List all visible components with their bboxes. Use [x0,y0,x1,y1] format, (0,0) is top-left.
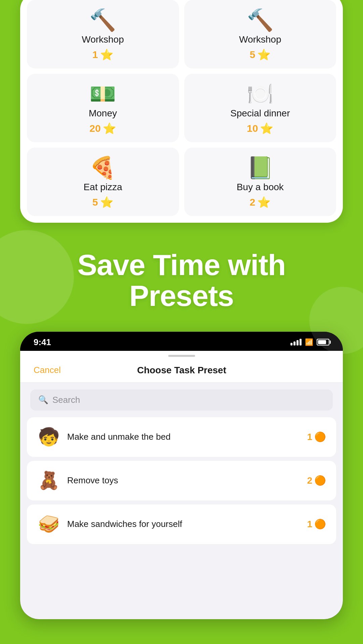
star-icon: ⭐ [100,48,114,61]
pizza-icon: 🍕 [89,157,116,178]
rewards-grid: 🔨 Workshop 1 ⭐ 🔨 Workshop 5 ⭐ 💵 Money 20… [27,0,336,216]
drag-handle [20,351,343,357]
modal-header: Cancel Choose Task Preset [20,357,343,383]
handle-bar [168,355,195,357]
sandwiches-reward: 1 🟠 [307,519,326,530]
star-icon: 🟠 [314,475,326,486]
star-icon: 🟠 [314,431,326,442]
status-icons: 📶 [290,338,329,346]
remove-toys-name: Remove toys [67,475,300,486]
pizza-name: Eat pizza [84,182,122,193]
reward-card-workshop1[interactable]: 🔨 Workshop 1 ⭐ [27,0,179,68]
workshop5-stars: 5 ⭐ [249,48,271,61]
bottom-phone-mockup: 9:41 📶 Cancel [20,332,343,619]
search-bar[interactable]: 🔍 Search [30,389,333,411]
reward-card-book[interactable]: 📗 Buy a book 2 ⭐ [184,148,336,216]
status-bar: 9:41 📶 [20,332,343,351]
cancel-button[interactable]: Cancel [34,365,61,375]
make-bed-name: Make and unmake the bed [67,432,300,442]
workshop5-icon: 🔨 [247,9,274,31]
money-icon: 💵 [89,83,116,105]
star-icon: ⭐ [100,196,114,209]
book-stars: 2 ⭐ [249,196,271,209]
remove-toys-reward: 2 🟠 [307,475,326,486]
sandwiches-icon: 🥪 [37,513,60,536]
money-stars: 20 ⭐ [90,122,116,135]
search-placeholder: Search [52,395,80,405]
star-icon: ⭐ [257,196,271,209]
star-icon: 🟠 [314,519,326,530]
status-time: 9:41 [34,337,51,347]
reward-card-pizza[interactable]: 🍕 Eat pizza 5 ⭐ [27,148,179,216]
remove-toys-icon: 🧸 [37,469,60,492]
book-icon: 📗 [247,157,274,178]
wifi-icon: 📶 [305,338,313,346]
make-bed-reward: 1 🟠 [307,431,326,442]
headline-section: Save Time with Presets [0,229,363,325]
workshop1-icon: 🔨 [89,9,116,31]
signal-icon [290,339,302,345]
task-item-make-bed[interactable]: 🧒 Make and unmake the bed 1 🟠 [27,417,336,457]
pizza-stars: 5 ⭐ [92,196,114,209]
workshop1-stars: 1 ⭐ [92,48,114,61]
dinner-stars: 10 ⭐ [247,122,273,135]
book-name: Buy a book [237,182,284,193]
task-list: 🧒 Make and unmake the bed 1 🟠 🧸 Remove t… [20,417,343,548]
reward-card-special-dinner[interactable]: 🍽️ Special dinner 10 ⭐ [184,74,336,142]
star-icon: ⭐ [257,48,271,61]
bottom-phone-wrapper: 9:41 📶 Cancel [0,332,363,619]
star-icon: ⭐ [103,122,116,135]
search-icon: 🔍 [38,395,48,405]
phone-content: Cancel Choose Task Preset 🔍 Search 🧒 Mak… [20,351,343,619]
battery-icon [317,339,329,345]
modal-title: Choose Task Preset [137,365,226,376]
top-phone-mockup: 🔨 Workshop 1 ⭐ 🔨 Workshop 5 ⭐ 💵 Money 20… [20,0,343,223]
money-name: Money [89,108,117,119]
workshop1-name: Workshop [82,34,124,45]
task-item-remove-toys[interactable]: 🧸 Remove toys 2 🟠 [27,461,336,500]
dinner-icon: 🍽️ [247,83,274,105]
dinner-name: Special dinner [230,108,290,119]
workshop5-name: Workshop [239,34,281,45]
star-icon: ⭐ [260,122,273,135]
reward-card-money[interactable]: 💵 Money 20 ⭐ [27,74,179,142]
make-bed-icon: 🧒 [37,425,60,449]
sandwiches-name: Make sandwiches for yourself [67,519,300,529]
task-item-sandwiches[interactable]: 🥪 Make sandwiches for yourself 1 🟠 [27,504,336,544]
reward-card-workshop5[interactable]: 🔨 Workshop 5 ⭐ [184,0,336,68]
